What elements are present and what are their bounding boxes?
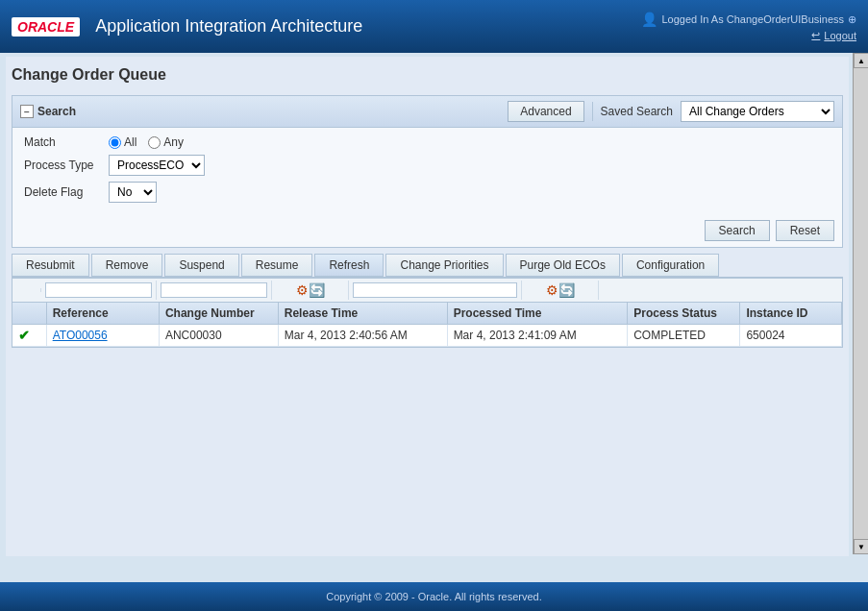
configuration-button[interactable]: Configuration — [622, 254, 719, 277]
filter-icon1-cell: ⚙🔄 — [272, 281, 349, 300]
all-label: All — [124, 135, 136, 149]
search-panel: − Search Advanced Saved Search All Chang… — [12, 95, 843, 248]
row-change-number: ANC00030 — [159, 325, 278, 347]
row-check: ✔ — [12, 325, 46, 347]
any-radio[interactable] — [148, 136, 161, 149]
process-type-row: Process Type ProcessECO — [24, 155, 831, 176]
data-table: Reference Change Number Release Time Pro… — [12, 303, 842, 347]
col-header-instance-id: Instance ID — [740, 303, 842, 325]
checkmark-icon: ✔ — [18, 328, 30, 343]
footer: Copyright © 2009 - Oracle. All rights re… — [0, 582, 868, 611]
table-filter-row: ⚙🔄 ⚙🔄 — [12, 279, 842, 303]
action-bar: Resubmit Remove Suspend Resume Refresh C… — [12, 254, 843, 278]
reset-button[interactable]: Reset — [776, 220, 834, 241]
delete-flag-label: Delete Flag — [24, 185, 101, 199]
oracle-logo: ORACLE — [12, 17, 80, 37]
row-reference: ATO00056 — [46, 325, 159, 347]
header: ORACLE Application Integration Architect… — [0, 0, 868, 53]
row-instance-id: 650024 — [740, 325, 842, 347]
col-header-check — [12, 303, 46, 325]
divider — [592, 102, 593, 121]
row-release-time: Mar 4, 2013 2:40:56 AM — [278, 325, 447, 347]
collapse-icon[interactable]: − — [20, 105, 34, 118]
filter-ref-input[interactable] — [45, 282, 152, 298]
resume-button[interactable]: Resume — [241, 254, 313, 277]
remove-button[interactable]: Remove — [91, 254, 163, 277]
filter-icon-2[interactable]: ⚙🔄 — [546, 282, 575, 298]
col-header-change-number: Change Number — [159, 303, 278, 325]
logout-icon: ↩ — [811, 29, 820, 41]
any-label: Any — [163, 135, 184, 149]
process-type-select[interactable]: ProcessECO — [109, 155, 205, 176]
table-header-row: Reference Change Number Release Time Pro… — [12, 303, 842, 325]
scrollbar[interactable]: ▲ ▼ — [853, 53, 868, 554]
advanced-button[interactable]: Advanced — [508, 101, 583, 122]
filter-cn-cell — [157, 281, 272, 300]
search-body: Match All Any Process Type ProcessECO — [12, 128, 842, 216]
match-radio-group: All Any — [109, 135, 184, 149]
refresh-button[interactable]: Refresh — [314, 254, 384, 277]
filter-icon-1[interactable]: ⚙🔄 — [296, 282, 325, 298]
all-radio-option[interactable]: All — [109, 135, 136, 149]
app-title: Application Integration Architecture — [95, 16, 362, 37]
all-radio[interactable] — [109, 136, 121, 149]
logged-in-info: 👤 Logged In As ChangeOrderUIBusiness ⊕ — [641, 12, 856, 27]
suspend-button[interactable]: Suspend — [164, 254, 238, 277]
search-panel-header: − Search Advanced Saved Search All Chang… — [12, 96, 842, 128]
filter-cn-input[interactable] — [161, 282, 267, 298]
any-radio-option[interactable]: Any — [148, 135, 184, 149]
saved-search-select[interactable]: All Change Orders — [681, 101, 834, 122]
table-row: ✔ ATO00056 ANC00030 Mar 4, 2013 2:40:56 … — [12, 325, 842, 347]
logout-link[interactable]: ↩ Logout — [811, 29, 856, 41]
logout-label: Logout — [824, 30, 856, 41]
search-title-label: Search — [37, 105, 76, 118]
footer-text: Copyright © 2009 - Oracle. All rights re… — [326, 591, 542, 602]
search-panel-title: − Search — [20, 105, 76, 118]
col-header-reference: Reference — [46, 303, 159, 325]
delete-flag-select[interactable]: No Yes — [109, 182, 157, 203]
match-row: Match All Any — [24, 135, 831, 149]
filter-check-cell — [12, 288, 41, 292]
col-header-process-status: Process Status — [628, 303, 740, 325]
logo-area: ORACLE Application Integration Architect… — [12, 16, 362, 37]
filter-pt-cell — [349, 281, 522, 300]
resubmit-button[interactable]: Resubmit — [12, 254, 89, 277]
row-process-status: COMPLETED — [628, 325, 740, 347]
process-type-label: Process Type — [24, 159, 101, 172]
col-header-processed-time: Processed Time — [447, 303, 628, 325]
delete-flag-row: Delete Flag No Yes — [24, 182, 831, 203]
scroll-up-btn[interactable]: ▲ — [854, 53, 868, 68]
col-header-release-time: Release Time — [278, 303, 447, 325]
page-title: Change Order Queue — [12, 62, 843, 87]
search-panel-controls: Advanced Saved Search All Change Orders — [508, 101, 834, 122]
search-buttons: Search Reset — [12, 216, 842, 247]
filter-pt-input[interactable] — [353, 282, 517, 298]
filter-icon2-cell: ⚙🔄 — [522, 281, 599, 300]
search-button[interactable]: Search — [705, 220, 770, 241]
saved-search-label: Saved Search — [601, 105, 673, 118]
match-label: Match — [24, 135, 101, 149]
reference-link[interactable]: ATO00056 — [53, 329, 108, 342]
user-icon: 👤 — [641, 12, 657, 27]
purge-old-ecos-button[interactable]: Purge Old ECOs — [506, 254, 620, 277]
connection-icon: ⊕ — [848, 13, 856, 26]
scroll-down-btn[interactable]: ▼ — [854, 539, 868, 554]
logged-in-label: Logged In As ChangeOrderUIBusiness — [661, 13, 844, 25]
table-container: ⚙🔄 ⚙🔄 Reference Change Number Release Ti… — [12, 278, 843, 348]
filter-ref-cell — [41, 281, 157, 300]
change-priorities-button[interactable]: Change Priorities — [385, 254, 503, 277]
main-content: Change Order Queue − Search Advanced Sav… — [6, 57, 849, 556]
header-right: 👤 Logged In As ChangeOrderUIBusiness ⊕ ↩… — [641, 12, 856, 41]
row-processed-time: Mar 4, 2013 2:41:09 AM — [447, 325, 628, 347]
